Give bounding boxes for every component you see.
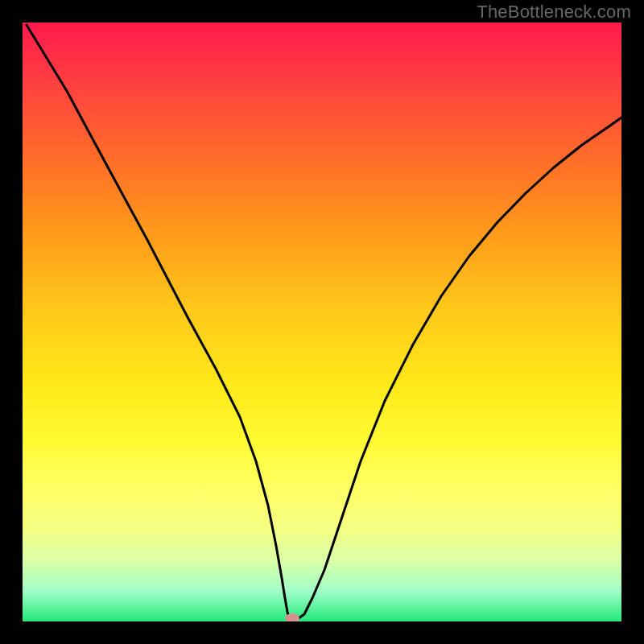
watermark-text: TheBottleneck.com	[477, 2, 631, 23]
chart-frame: TheBottleneck.com	[0, 0, 644, 644]
bottleneck-curve	[23, 23, 621, 621]
plot-area	[23, 23, 621, 621]
